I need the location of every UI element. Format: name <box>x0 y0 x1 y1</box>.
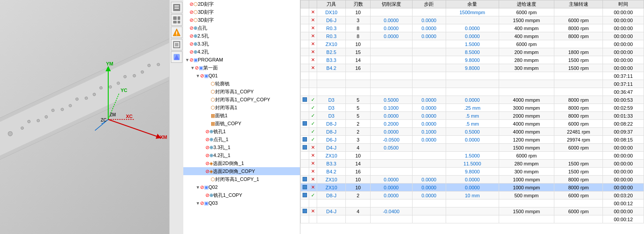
table-row[interactable]: ✕ZX10100.00000.00000.00001000 mmpm8000 r… <box>301 184 644 192</box>
operation-tree[interactable]: ⊘⬡ 2D刻字 ⊘⬡ 3D刻字 ⊘⬡ 3D刻字 ⊘⊕ 点孔 ⊘⊕ 2.5孔 ⊘⊕… <box>183 0 300 234</box>
flutes-cell: 5 <box>346 112 370 120</box>
table-row[interactable]: ✕B4.2169.8000300 mmpm1500 rpm00:00:00 <box>301 168 644 176</box>
tree-toggle[interactable]: ▼ <box>190 65 195 70</box>
tree-item-t11[interactable]: ⬡ 轮廓铣 <box>183 80 300 88</box>
table-row[interactable]: ✕DX10101500mmpm6000 rpm00:00:00 <box>301 8 644 16</box>
table-row[interactable]: 00:37:11 <box>301 80 644 88</box>
toolbar-btn-1[interactable] <box>171 2 182 13</box>
tree-item-t26[interactable]: ▼⊘▣ Q03 <box>183 199 300 207</box>
blue-status-icon <box>303 177 307 181</box>
allowance-cell: 0.0000 <box>446 96 499 104</box>
table-row[interactable]: ✕ZX10101.50006000 rpm00:00:00 <box>301 152 644 160</box>
check-cell: ✓ <box>309 104 317 112</box>
drill-icon: ⊕ <box>193 25 197 31</box>
tree-item-t21[interactable]: ⊘◈ 选面2D倒角_1 <box>183 159 300 167</box>
toolbar-btn-4[interactable] <box>171 39 182 50</box>
depth-cell: 0.0000 <box>370 192 412 199</box>
time-cell: 00:37:11 <box>603 80 644 88</box>
tree-item-t20[interactable]: ⊘⊕ 4.2孔_1 <box>183 151 300 159</box>
table-row[interactable]: ✕B2.5158.5000200 mmpm1800 rpm00:00:00 <box>301 48 644 56</box>
tree-item-t4[interactable]: ⊘⊕ 点孔 <box>183 24 300 32</box>
status-cell <box>301 207 309 215</box>
table-row[interactable]: ✕D6-J30.00000.00001500 mmpm6000 rpm00:00… <box>301 16 644 24</box>
table-row[interactable]: ✓D350.00000.0000.5 mm2000 mmpm8000 rpm00… <box>301 112 644 120</box>
tree-item-t19[interactable]: ⊘⊕ 3.3孔_1 <box>183 143 300 151</box>
tree-toggle[interactable]: ▼ <box>196 201 200 206</box>
table-row[interactable]: ✕ZX10101.50006000 rpm00:00:00 <box>301 40 644 48</box>
spindle-cell: 1500 rpm <box>554 64 603 72</box>
depth-cell: 0.0000 <box>370 176 412 184</box>
mill-icon: ⬡ <box>211 97 215 103</box>
tree-item-t6[interactable]: ⊘⊕ 3.3孔 <box>183 40 300 48</box>
tree-item-t23[interactable]: ⬡ 封闭等高1_COPY_1 <box>183 175 300 183</box>
feed-cell <box>499 80 554 88</box>
spindle-cell: 8000 rpm <box>554 176 603 184</box>
table-row[interactable]: ✓D6-J3-0.05000.00000.00001200 mmpm29974 … <box>301 136 644 144</box>
tree-item-t3[interactable]: ⊘⬡ 3D刻字 <box>183 16 300 24</box>
table-row[interactable]: ✓D350.10000.0000.25 mm3000 mmpm8000 rpm0… <box>301 104 644 112</box>
depth-cell <box>370 72 412 80</box>
status-stop-icon: ⊘ <box>200 73 204 79</box>
tree-item-t8[interactable]: ▼⊘▣ PROGRAM <box>183 56 300 64</box>
table-row[interactable]: 00:00:12 <box>301 215 644 223</box>
tree-item-t25[interactable]: ⊘⊕ 铣孔1_COPY <box>183 191 300 199</box>
blue-status-icon <box>303 137 307 142</box>
table-row[interactable]: ✕B3.3149.8000280 mmpm1500 rpm00:00:00 <box>301 56 644 64</box>
mill-icon: ⬡ <box>211 89 215 95</box>
tree-item-t24[interactable]: ▼⊘▣ Q02 <box>183 183 300 191</box>
table-row[interactable]: ✓D8-J20.00000.000010 mm500 mmpm6000 rpm0… <box>301 192 644 199</box>
tree-toggle[interactable]: ▼ <box>196 73 200 78</box>
tree-item-t17[interactable]: ⊘⊕ 铣孔1 <box>183 127 300 135</box>
tree-item-t16[interactable]: ▦ 面铣_COPY <box>183 119 300 127</box>
table-row[interactable]: ✓D8-J20.00000.10000.50004000 mmpm22481 r… <box>301 128 644 136</box>
table-row[interactable]: ✕B4.2169.8000300 mmpm1500 rpm00:00:00 <box>301 64 644 72</box>
tree-item-t10[interactable]: ▼⊘▣ Q01 <box>183 72 300 80</box>
check-cell: ✕ <box>309 32 317 40</box>
tree-item-t14[interactable]: ⬡ 封闭等高1 <box>183 104 300 111</box>
time-cell: 00:00:00 <box>603 176 644 184</box>
check-cell: ✕ <box>309 207 317 215</box>
table-row[interactable]: ✕B3.31411.5000280 mmpm1500 rpm00:00:00 <box>301 160 644 168</box>
table-row[interactable]: 00:00:12 <box>301 199 644 207</box>
status-stop-icon: ⊘ <box>205 145 209 150</box>
tree-toggle[interactable]: ▼ <box>185 58 189 62</box>
status-stop-icon: ⊘ <box>189 1 193 7</box>
table-row[interactable]: ✕R0.380.00000.00000.0000400 mmpm8000 rpm… <box>301 24 644 32</box>
data-table-container[interactable]: 刀具 刃数 切削深度 步距 余量 进给速度 主轴转速 时间 ✕DX1010150… <box>300 0 644 234</box>
tree-item-t1[interactable]: ⊘⬡ 2D刻字 <box>183 0 300 8</box>
tree-item-t9[interactable]: ▼⊘▣ 第一面 <box>183 64 300 72</box>
toolbar-btn-5[interactable] <box>171 51 182 63</box>
tree-item-t12[interactable]: ⬡ 封闭等高1_COPY <box>183 88 300 96</box>
tree-item-t2[interactable]: ⊘⬡ 3D刻字 <box>183 8 300 16</box>
depth-cell <box>370 64 412 72</box>
svg-rect-36 <box>176 31 177 34</box>
tree-item-t15[interactable]: ▦ 面铣1 <box>183 111 300 119</box>
depth-cell <box>370 80 412 88</box>
status-cell <box>301 128 309 136</box>
tree-item-t18[interactable]: ⊘⊕ 点孔_1 <box>183 135 300 143</box>
table-row[interactable]: ✓D350.50000.00000.00004000 mmpm8000 rpm0… <box>301 96 644 104</box>
spindle-cell: 8000 rpm <box>554 184 603 192</box>
model-area: YM YC ZM ZC XM XC <box>0 0 169 234</box>
tree-item-t5[interactable]: ⊘⊕ 2.5孔 <box>183 32 300 40</box>
toolbar-btn-3[interactable] <box>171 27 182 38</box>
feed-cell: 400 mmpm <box>499 32 554 40</box>
table-row[interactable]: 00:37:11 <box>301 72 644 80</box>
toolbar-btn-2[interactable] <box>171 14 182 26</box>
table-row[interactable]: ✕R0.380.00000.00000.0000400 mmpm8000 rpm… <box>301 32 644 40</box>
table-row[interactable]: ✕D4-J4-0.04001500 mmpm6000 rpm00:00:00 <box>301 207 644 215</box>
check-x-icon: ✕ <box>311 184 315 190</box>
table-row[interactable]: 00:36:47 <box>301 88 644 96</box>
tree-item-t13[interactable]: ⬡ 封闭等高1_COPY_COPY <box>183 96 300 104</box>
tree-item-t22[interactable]: ⊘◈ 选面2D倒角_COPY <box>183 167 300 175</box>
time-cell: 00:00:12 <box>603 215 644 223</box>
face-icon: ▦ <box>211 113 215 119</box>
tree-item-t7[interactable]: ⊘⊕ 4.2孔 <box>183 48 300 56</box>
tool-cell: D3 <box>317 96 346 104</box>
stepover-cell: 0.0000 <box>412 16 446 24</box>
flutes-cell <box>346 80 370 88</box>
table-row[interactable]: ✓D8-J20.20000.0000.5 mm4000 mmpm6000 rpm… <box>301 120 644 128</box>
table-row[interactable]: ✕ZX10100.00000.00000.00001000 mmpm8000 r… <box>301 176 644 184</box>
table-row[interactable]: ✕D4-J40.05001500 mmpm6000 rpm00:00:00 <box>301 144 644 152</box>
tree-toggle[interactable]: ▼ <box>196 185 200 190</box>
